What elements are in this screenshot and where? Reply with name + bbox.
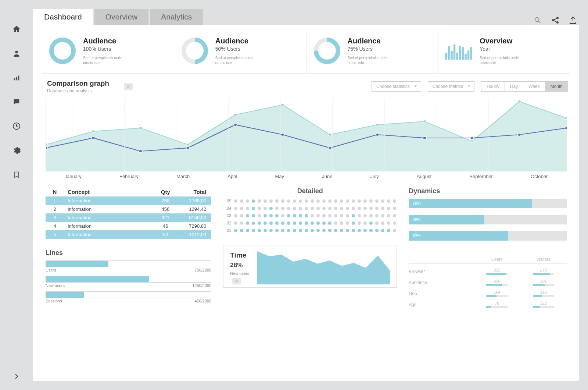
svg-point-34 — [470, 140, 474, 143]
range-hourly[interactable]: Hourly — [481, 82, 505, 91]
line-bar — [46, 291, 211, 298]
svg-point-39 — [139, 150, 143, 153]
data-table: N Concept Qty Total 1Information2582765,… — [46, 187, 211, 239]
th-concept: Concept — [64, 189, 153, 195]
dynamics-bar: 63% — [409, 231, 567, 241]
camera-icon — [232, 278, 241, 284]
svg-rect-17 — [451, 51, 453, 60]
th-qty: Qty — [153, 189, 178, 195]
mini-th-users: Users — [474, 257, 520, 262]
dynamics-bar: 48% — [409, 215, 567, 224]
svg-point-44 — [376, 134, 379, 136]
table-row[interactable]: 1Information2582765,00 — [46, 196, 211, 205]
lines-title: Lines — [46, 249, 211, 257]
svg-point-10 — [51, 40, 74, 62]
share-icon[interactable] — [551, 15, 560, 25]
kpi-donut-icon — [49, 37, 76, 65]
kpi-note: Sed ut perspiciatis unde omnis iste — [83, 56, 131, 65]
line-bar — [46, 260, 211, 267]
kpi-card[interactable]: Audience 100% Users Sed ut perspiciatis … — [42, 32, 174, 73]
table-row[interactable]: 5Information501012,00 — [46, 230, 211, 239]
svg-rect-19 — [456, 53, 459, 60]
kpi-note: Sed ut perspiciatis unde omnis iste — [480, 56, 527, 65]
svg-point-35 — [517, 100, 521, 103]
table-row[interactable]: 4Information467290,80 — [46, 222, 211, 230]
x-label: April — [227, 174, 237, 179]
kpi-title: Audience — [83, 37, 131, 45]
svg-point-5 — [535, 18, 539, 22]
gear-icon[interactable] — [10, 143, 24, 157]
svg-point-45 — [423, 137, 427, 139]
clock-icon[interactable] — [10, 119, 24, 133]
dynamics-title: Dynamics — [409, 187, 567, 195]
select-metrics[interactable]: Choose metrics — [428, 81, 474, 92]
tab-dashboard[interactable]: Dashboard — [33, 9, 93, 25]
x-label: February — [119, 174, 139, 179]
dynamics-bars: 78%48%63% — [409, 199, 567, 241]
topbar: Dashboard Overview Analytics — [33, 9, 579, 25]
svg-rect-1 — [14, 78, 15, 81]
time-percent: 28% — [230, 262, 249, 269]
kpi-donut-icon — [181, 37, 209, 65]
svg-point-37 — [46, 147, 48, 149]
tab-overview[interactable]: Overview — [94, 9, 149, 25]
time-sub: New users — [230, 271, 249, 276]
dot-row: 04 — [223, 206, 397, 210]
tab-analytics[interactable]: Analytics — [150, 9, 203, 25]
select-statistics[interactable]: Choose statistics — [372, 81, 421, 92]
home-icon[interactable] — [10, 22, 24, 36]
range-week[interactable]: Week — [523, 82, 545, 91]
kpi-title: Audience — [348, 37, 395, 45]
kpi-row: Audience 100% Users Sed ut perspiciatis … — [42, 32, 570, 74]
svg-point-42 — [281, 134, 284, 136]
bars-icon[interactable] — [10, 71, 24, 85]
line-value: 458/2000 — [194, 299, 211, 303]
line-label: Sessions — [46, 299, 62, 303]
kpi-title: Audience — [215, 37, 263, 45]
mini-row: Browser332278 — [409, 266, 567, 277]
kpi-sub: Year — [480, 46, 527, 52]
user-icon[interactable] — [10, 46, 24, 60]
search-input[interactable] — [448, 15, 525, 25]
x-label: March — [176, 174, 190, 179]
chart-x-labels: JanuaryFebruaryMarchAprilMayJuneJulyAugu… — [46, 174, 567, 179]
kpi-sub: 75% Users — [348, 46, 395, 52]
upload-icon[interactable] — [568, 15, 578, 25]
comparison-title: Comparison graph — [47, 79, 109, 88]
kpi-sub: 100% Users — [83, 46, 131, 52]
table-row[interactable]: 3Information9216100,50 — [46, 213, 211, 222]
x-label: June — [322, 174, 332, 179]
line-label: Users — [46, 268, 56, 272]
svg-rect-21 — [462, 47, 464, 60]
search-icon[interactable] — [533, 15, 542, 25]
svg-rect-22 — [465, 54, 467, 60]
svg-point-47 — [517, 134, 521, 136]
svg-rect-24 — [470, 47, 473, 60]
svg-point-38 — [92, 137, 95, 139]
detailed-matrix: 0504030201 — [223, 199, 397, 233]
kpi-card[interactable]: Overview Year Sed ut perspiciatis unde o… — [438, 32, 570, 73]
svg-point-25 — [46, 143, 48, 146]
range-month[interactable]: Month — [545, 82, 568, 91]
x-label: January — [65, 174, 82, 179]
kpi-card[interactable]: Audience 75% Users Sed ut perspiciatis u… — [306, 32, 439, 73]
kpi-donut-icon — [313, 37, 341, 65]
range-day[interactable]: Day — [505, 82, 523, 91]
line-value: 1250/2000 — [192, 283, 211, 288]
x-label: August — [417, 174, 431, 179]
svg-point-33 — [423, 120, 427, 123]
table-row[interactable]: 2Information4561294,42 — [46, 205, 211, 213]
svg-rect-20 — [459, 46, 461, 60]
kpi-note: Sed ut perspiciatis unde omnis iste — [348, 56, 395, 65]
svg-rect-18 — [453, 45, 456, 60]
svg-point-29 — [233, 114, 237, 116]
svg-point-26 — [92, 130, 95, 133]
kpi-title: Overview — [480, 37, 527, 45]
chat-icon[interactable] — [10, 95, 24, 109]
line-bar — [46, 276, 211, 283]
kpi-card[interactable]: Audience 50% Users Sed ut perspiciatis u… — [174, 32, 306, 73]
bookmark-icon[interactable] — [10, 168, 24, 182]
svg-point-48 — [565, 127, 567, 130]
expand-icon[interactable] — [10, 369, 24, 383]
svg-point-0 — [15, 51, 18, 53]
